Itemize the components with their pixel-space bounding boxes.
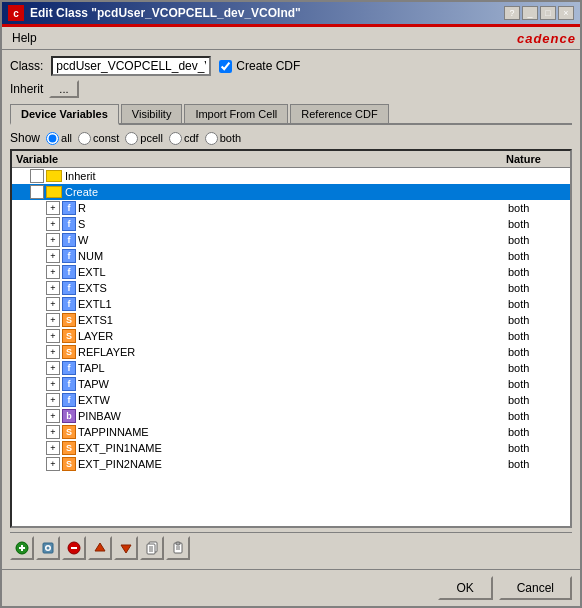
nature-value: both xyxy=(508,410,568,422)
var-name: PINBAW xyxy=(78,410,508,422)
table-row[interactable]: + S EXTS1 both xyxy=(12,312,570,328)
radio-pcell[interactable]: pcell xyxy=(125,132,163,145)
radio-const[interactable]: const xyxy=(78,132,119,145)
expand-icon[interactable]: + xyxy=(46,409,60,423)
var-name: NUM xyxy=(78,250,508,262)
expand-icon[interactable]: + xyxy=(46,361,60,375)
table-row[interactable]: + f NUM both xyxy=(12,248,570,264)
add-button[interactable] xyxy=(10,536,34,560)
type-badge: f xyxy=(62,361,76,375)
class-row: Class: Create CDF xyxy=(10,56,572,76)
col-nature-header: Nature xyxy=(506,153,566,165)
nature-value: both xyxy=(508,362,568,374)
nature-value: both xyxy=(508,250,568,262)
type-badge: f xyxy=(62,265,76,279)
var-name: S xyxy=(78,218,508,230)
expand-icon[interactable]: + xyxy=(46,425,60,439)
type-badge: S xyxy=(62,313,76,327)
tab-visibility[interactable]: Visibility xyxy=(121,104,183,123)
table-row[interactable]: − Create xyxy=(12,184,570,200)
expand-icon[interactable]: + xyxy=(46,393,60,407)
type-badge: f xyxy=(62,297,76,311)
table-row[interactable]: + f EXTL1 both xyxy=(12,296,570,312)
type-badge: f xyxy=(62,249,76,263)
table-row[interactable]: + S TAPPINNAME both xyxy=(12,424,570,440)
main-window: c Edit Class "pcdUser_VCOPCELL_dev_VCOIn… xyxy=(0,0,582,608)
table-row[interactable]: + S EXT_PIN1NAME both xyxy=(12,440,570,456)
tab-device-variables[interactable]: Device Variables xyxy=(10,104,119,125)
nature-value: both xyxy=(508,202,568,214)
expand-icon[interactable]: + xyxy=(46,377,60,391)
radio-both[interactable]: both xyxy=(205,132,241,145)
var-name: R xyxy=(78,202,508,214)
nature-value: both xyxy=(508,394,568,406)
tab-import-from-cell[interactable]: Import From Cell xyxy=(184,104,288,123)
tab-reference-cdf[interactable]: Reference CDF xyxy=(290,104,388,123)
expand-icon[interactable]: + xyxy=(46,457,60,471)
help-menu[interactable]: Help xyxy=(6,29,43,47)
folder-icon xyxy=(46,186,62,198)
paste-button[interactable] xyxy=(166,536,190,560)
var-name: EXTW xyxy=(78,394,508,406)
content-area: Class: Create CDF Inherit ... Device Var… xyxy=(2,50,580,569)
create-cdf-checkbox[interactable] xyxy=(219,60,232,73)
ok-button[interactable]: OK xyxy=(438,576,493,600)
delete-button[interactable] xyxy=(62,536,86,560)
folder-icon xyxy=(46,170,62,182)
maximize-btn[interactable]: □ xyxy=(540,6,556,20)
expand-icon[interactable]: + xyxy=(46,313,60,327)
expand-icon[interactable]: + xyxy=(46,265,60,279)
expand-icon[interactable] xyxy=(30,169,44,183)
var-name: Inherit xyxy=(65,170,508,182)
expand-icon[interactable]: + xyxy=(46,217,60,231)
expand-icon[interactable]: + xyxy=(46,297,60,311)
table-row[interactable]: + f EXTS both xyxy=(12,280,570,296)
cancel-button[interactable]: Cancel xyxy=(499,576,572,600)
nature-value: both xyxy=(508,330,568,342)
title-bar: c Edit Class "pcdUser_VCOPCELL_dev_VCOIn… xyxy=(2,2,580,24)
move-down-button[interactable] xyxy=(114,536,138,560)
table-row[interactable]: + b PINBAW both xyxy=(12,408,570,424)
table-header: Variable Nature xyxy=(12,151,570,168)
minimize-btn[interactable]: _ xyxy=(522,6,538,20)
nature-value: both xyxy=(508,234,568,246)
table-row[interactable]: + f R both xyxy=(12,200,570,216)
table-row[interactable]: + S EXT_PIN2NAME both xyxy=(12,456,570,472)
expand-icon[interactable]: + xyxy=(46,201,60,215)
table-row[interactable]: + f W both xyxy=(12,232,570,248)
table-row[interactable]: + f EXTL both xyxy=(12,264,570,280)
var-name: TAPL xyxy=(78,362,508,374)
settings-button[interactable] xyxy=(36,536,60,560)
app-icon: c xyxy=(8,5,24,21)
expand-icon[interactable]: + xyxy=(46,441,60,455)
inherit-button[interactable]: ... xyxy=(49,80,78,98)
type-badge: S xyxy=(62,441,76,455)
create-cdf-row: Create CDF xyxy=(219,59,300,73)
type-badge: f xyxy=(62,377,76,391)
table-row[interactable]: + S LAYER both xyxy=(12,328,570,344)
var-name: TAPW xyxy=(78,378,508,390)
nature-value: both xyxy=(508,314,568,326)
move-up-button[interactable] xyxy=(88,536,112,560)
var-name: REFLAYER xyxy=(78,346,508,358)
expand-icon[interactable]: + xyxy=(46,233,60,247)
radio-cdf[interactable]: cdf xyxy=(169,132,199,145)
var-name: LAYER xyxy=(78,330,508,342)
var-name: EXT_PIN2NAME xyxy=(78,458,508,470)
table-row[interactable]: + f TAPW both xyxy=(12,376,570,392)
radio-all[interactable]: all xyxy=(46,132,72,145)
table-row[interactable]: + f EXTW both xyxy=(12,392,570,408)
expand-icon[interactable]: − xyxy=(30,185,44,199)
help-btn[interactable]: ? xyxy=(504,6,520,20)
expand-icon[interactable]: + xyxy=(46,281,60,295)
table-row[interactable]: Inherit xyxy=(12,168,570,184)
table-row[interactable]: + f TAPL both xyxy=(12,360,570,376)
expand-icon[interactable]: + xyxy=(46,329,60,343)
table-row[interactable]: + S REFLAYER both xyxy=(12,344,570,360)
close-btn[interactable]: × xyxy=(558,6,574,20)
expand-icon[interactable]: + xyxy=(46,345,60,359)
class-input[interactable] xyxy=(51,56,211,76)
copy-button[interactable] xyxy=(140,536,164,560)
expand-icon[interactable]: + xyxy=(46,249,60,263)
table-row[interactable]: + f S both xyxy=(12,216,570,232)
